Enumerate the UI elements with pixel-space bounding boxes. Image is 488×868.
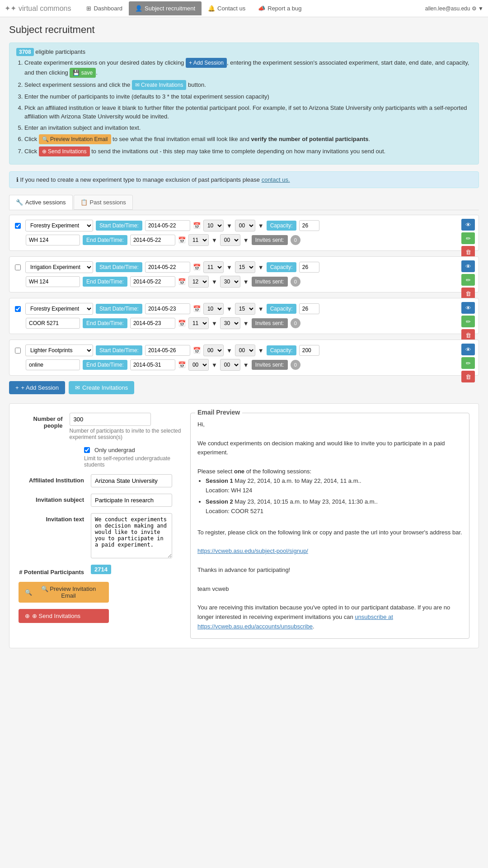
end-cal-icon-4[interactable]: 📅 [178, 361, 186, 368]
create-invitations-button[interactable]: ✉ Create Invitations [69, 381, 134, 394]
room-input-1[interactable] [26, 235, 80, 245]
session-checkbox-1[interactable] [15, 223, 21, 229]
undergrad-label-spacer [19, 447, 84, 449]
room-input-3[interactable] [26, 318, 80, 329]
start-hour-3[interactable]: 10 [203, 303, 224, 315]
num-people-input[interactable] [70, 413, 151, 426]
nav-tab-report[interactable]: 📣 Report a bug [252, 1, 308, 15]
end-date-input-3[interactable] [130, 318, 175, 329]
start-datetime-label-2: Start Date/Time: [96, 262, 142, 272]
nav-tab-subject-recruitment[interactable]: 👤 Subject recruitment [129, 1, 202, 15]
add-session-inline-btn[interactable]: + Add Session [186, 58, 227, 68]
start-min-2[interactable]: 15 [235, 261, 255, 273]
start-cal-icon-2[interactable]: 📅 [193, 264, 201, 271]
edit-btn-2[interactable]: ✏ [461, 274, 475, 286]
unsubscribe-link[interactable]: unsubscribe at https://vcweb.asu.edu/acc… [197, 613, 393, 630]
affiliated-input[interactable] [91, 474, 172, 487]
email-preview-container: Email Preview Hi, We conduct experiments… [190, 413, 469, 639]
capacity-input-1[interactable] [299, 220, 319, 231]
session-checkbox-3[interactable] [15, 306, 21, 312]
edit-btn-4[interactable]: ✏ [461, 357, 475, 369]
room-input-2[interactable] [26, 276, 80, 287]
preview-invitation-btn[interactable]: 🔍 🔍 Preview Invitation Email [19, 582, 109, 603]
start-min-3[interactable]: 15 [235, 303, 255, 315]
invites-label-2: Invites sent: [252, 277, 288, 287]
tab-past-sessions[interactable]: 📋 Past sessions [74, 195, 133, 210]
start-date-input-4[interactable] [145, 345, 190, 356]
nav-tab-dashboard[interactable]: ⊞ Dashboard [80, 1, 129, 15]
email-signup-link[interactable]: https://vcweb.asu.edu/subject-pool/signu… [197, 547, 308, 554]
undergrad-checkbox[interactable] [84, 447, 90, 453]
session-experiment-select-1[interactable]: Forestry Experiment [25, 220, 93, 231]
end-cal-icon-1[interactable]: 📅 [178, 236, 186, 244]
session-experiment-select-4[interactable]: Lighter Footprints [25, 344, 93, 356]
session-experiment-select-3[interactable]: Forestry Experiment [25, 303, 93, 315]
nav-user[interactable]: allen.lee@asu.edu ⚙ ▼ [425, 5, 483, 12]
session-card-4: Lighter Footprints Start Date/Time: 📅 00… [9, 340, 479, 376]
action-btns-2: 👁 ✏ 🗑 [461, 260, 475, 299]
start-date-input-1[interactable] [145, 220, 190, 231]
end-hour-3[interactable]: 11 [188, 317, 209, 329]
start-date-input-3[interactable] [145, 303, 190, 314]
edit-btn-1[interactable]: ✏ [461, 232, 475, 244]
view-btn-1[interactable]: 👁 [461, 219, 475, 231]
end-hour-2[interactable]: 12 [188, 276, 209, 288]
capacity-label-2: Capacity: [267, 262, 296, 272]
session-checkbox-4[interactable] [15, 348, 21, 354]
session-row1-4: Lighter Footprints Start Date/Time: 📅 00… [15, 344, 473, 356]
start-hour-2[interactable]: 11 [203, 261, 224, 273]
end-hour-1[interactable]: 11 [188, 234, 209, 246]
preview-inline-btn[interactable]: 🔍 Preview Invitation Email [39, 134, 111, 144]
nav-tab-contact[interactable]: 🔔 Contact us [202, 1, 252, 15]
end-min-1[interactable]: 00 [220, 234, 240, 246]
end-hour-4[interactable]: 00 [188, 359, 209, 371]
invites-count-2: 0 [291, 277, 300, 287]
start-datetime-label-3: Start Date/Time: [96, 304, 142, 314]
start-cal-icon-4[interactable]: 📅 [193, 347, 201, 354]
session-cards-container: Forestry Experiment Start Date/Time: 📅 1… [9, 215, 479, 376]
end-date-input-1[interactable] [130, 235, 175, 245]
create-inv-inline-btn[interactable]: ✉ Create Invitations [132, 80, 187, 90]
room-input-4[interactable] [26, 359, 80, 370]
action-btns-4: 👁 ✏ 🗑 [461, 344, 475, 382]
subject-input[interactable] [91, 494, 172, 507]
end-min-2[interactable]: 30 [220, 276, 240, 288]
view-btn-3[interactable]: 👁 [461, 302, 475, 314]
delete-btn-4[interactable]: 🗑 [461, 371, 475, 382]
tab-active-sessions[interactable]: 🔧 Active sessions [9, 195, 73, 210]
start-date-input-2[interactable] [145, 262, 190, 273]
instruction-4: Pick an affiliated institution or leave … [24, 104, 472, 121]
main-content: Subject recruitment 3708 eligible partic… [0, 17, 488, 662]
capacity-input-2[interactable] [299, 262, 319, 273]
end-date-input-4[interactable] [130, 359, 175, 370]
start-cal-icon-1[interactable]: 📅 [193, 222, 201, 229]
start-min-4[interactable]: 00 [235, 344, 255, 356]
end-cal-icon-2[interactable]: 📅 [178, 278, 186, 285]
view-btn-2[interactable]: 👁 [461, 260, 475, 272]
invitation-textarea[interactable]: We conduct experiments on decision makin… [91, 513, 172, 558]
end-cal-icon-3[interactable]: 📅 [178, 320, 186, 327]
end-min-3[interactable]: 30 [220, 317, 240, 329]
session-inner-2: Irrigation Experiment Start Date/Time: 📅… [15, 261, 473, 288]
session-experiment-select-2[interactable]: Irrigation Experiment [25, 261, 93, 273]
start-hour-4[interactable]: 00 [203, 344, 224, 356]
send-invitations-btn[interactable]: ⊕ ⊕ Send Invitations [19, 609, 109, 623]
capacity-input-3[interactable] [299, 303, 319, 314]
start-cal-icon-3[interactable]: 📅 [193, 305, 201, 312]
subject-icon: 👤 [135, 5, 142, 12]
contact-us-link[interactable]: contact us. [262, 176, 290, 183]
end-date-input-2[interactable] [130, 276, 175, 287]
save-inline-btn[interactable]: 💾 save [70, 68, 96, 78]
email-one-bold: one [234, 468, 244, 475]
edit-btn-3[interactable]: ✏ [461, 316, 475, 327]
session-checkbox-2[interactable] [15, 264, 21, 270]
view-btn-4[interactable]: 👁 [461, 344, 475, 355]
start-min-1[interactable]: 00 [235, 220, 255, 231]
capacity-input-4[interactable] [299, 345, 319, 356]
start-hour-1[interactable]: 10 [203, 220, 224, 231]
instructions-box: 3708 eligible participants Create experi… [9, 42, 479, 165]
send-inline-btn[interactable]: ⊕ Send Invitations [39, 146, 90, 156]
add-session-button[interactable]: + + Add Session [9, 381, 65, 394]
bottom-buttons: + + Add Session ✉ Create Invitations [9, 381, 479, 394]
end-min-4[interactable]: 00 [220, 359, 240, 371]
